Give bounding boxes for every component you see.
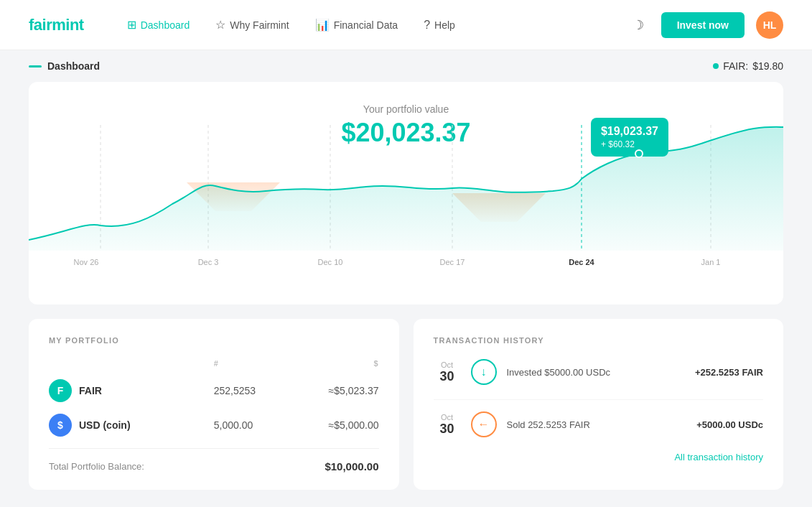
- svg-text:Dec 24: Dec 24: [569, 258, 594, 266]
- portfolio-table: # $ F FAIR 252,5253 ≈$5,023.37 $ USD (co…: [49, 359, 379, 473]
- total-label: Total Portfolio Balance:: [49, 461, 144, 472]
- avatar[interactable]: HL: [756, 11, 783, 39]
- transactions-card: TRANSACTION HISTORY Oct 30 ↓ Invested $5…: [414, 319, 784, 490]
- tx-buy-icon: ↓: [471, 359, 497, 385]
- col-dollar: $: [297, 359, 379, 368]
- tx-row-1: Oct 30 ← Sold 252.5253 FAIR +5000.00 USD…: [434, 411, 764, 437]
- usd-icon: $: [49, 414, 72, 437]
- breadcrumb-bar: Dashboard FAIR: $19.80: [0, 50, 812, 82]
- logo[interactable]: fairmint: [29, 16, 84, 34]
- logo-text: fairmint: [29, 16, 84, 34]
- fair-price-display: FAIR: $19.80: [713, 60, 783, 72]
- dashboard-icon: ⊞: [127, 18, 136, 32]
- nav-financial-data[interactable]: 📊 Financial Data: [315, 18, 398, 32]
- svg-text:Dec 3: Dec 3: [198, 258, 219, 266]
- fair-name: FAIR: [79, 385, 102, 396]
- svg-point-8: [635, 150, 643, 157]
- page-title: Dashboard: [47, 60, 100, 72]
- fair-label: FAIR:: [723, 60, 748, 72]
- help-icon: ?: [424, 19, 430, 32]
- header: fairmint ⊞ Dashboard ☆ Why Fairmint 📊 Fi…: [0, 0, 812, 50]
- transactions-section-label: TRANSACTION HISTORY: [434, 336, 764, 345]
- tx-month-0: Oct: [434, 361, 461, 369]
- fair-price-value: $19.80: [752, 60, 783, 72]
- portfolio-card: MY PORTFOLIO # $ F FAIR 252,5253 ≈$5,023…: [29, 319, 399, 490]
- chart-card: Your portfolio value $20,023.37 $19,023.…: [29, 82, 783, 304]
- star-icon: ☆: [215, 18, 225, 32]
- invest-now-button[interactable]: Invest now: [661, 12, 745, 38]
- all-transactions-link[interactable]: All transaction history: [434, 452, 764, 462]
- fair-amount: 252,5253: [214, 385, 297, 396]
- portfolio-divider: [49, 448, 379, 449]
- header-right: ☽ Invest now HL: [627, 11, 783, 39]
- tx-date-0: Oct 30: [434, 361, 461, 384]
- usd-value: ≈$5,000.00: [297, 419, 379, 431]
- fair-value: ≈$5,023.37: [297, 385, 379, 396]
- portfolio-chart: Nov 26 Dec 3 Dec 10 Dec 17 Dec 24 Jan 1: [29, 125, 783, 269]
- dark-mode-toggle[interactable]: ☽: [627, 14, 650, 37]
- nav-why-fairmint[interactable]: ☆ Why Fairmint: [215, 18, 289, 32]
- nav-dashboard[interactable]: ⊞ Dashboard: [127, 18, 190, 32]
- col-hash: #: [214, 359, 297, 368]
- portfolio-row-fair: F FAIR 252,5253 ≈$5,023.37: [49, 379, 379, 402]
- svg-text:Jan 1: Jan 1: [701, 258, 721, 266]
- chart-subtitle: Your portfolio value: [50, 103, 762, 115]
- tx-day-1: 30: [434, 422, 461, 437]
- portfolio-row-usd: $ USD (coin) 5,000.00 ≈$5,000.00: [49, 414, 379, 437]
- tx-date-1: Oct 30: [434, 413, 461, 437]
- breadcrumb: Dashboard: [29, 60, 100, 72]
- usd-amount: 5,000.00: [214, 419, 297, 431]
- tx-desc-1: Sold 252.5253 FAIR: [507, 419, 687, 430]
- portfolio-total: Total Portfolio Balance: $10,000.00: [49, 457, 379, 473]
- tx-day-0: 30: [434, 369, 461, 384]
- asset-info-fair: F FAIR: [49, 379, 214, 402]
- chart-area: Nov 26 Dec 3 Dec 10 Dec 17 Dec 24 Jan 1: [29, 125, 783, 283]
- total-value: $10,000.00: [325, 460, 378, 473]
- tx-desc-0: Invested $5000.00 USDc: [507, 367, 685, 378]
- fair-dot: [713, 63, 719, 69]
- bottom-grid: MY PORTFOLIO # $ F FAIR 252,5253 ≈$5,023…: [29, 319, 783, 490]
- portfolio-col-headers: # $: [49, 359, 379, 368]
- tx-month-1: Oct: [434, 413, 461, 422]
- tx-divider: [434, 399, 764, 400]
- svg-text:Nov 26: Nov 26: [74, 258, 99, 266]
- usd-name: USD (coin): [79, 419, 131, 431]
- portfolio-section-label: MY PORTFOLIO: [49, 336, 379, 345]
- main-content: Your portfolio value $20,023.37 $19,023.…: [0, 82, 812, 504]
- chart-icon: 📊: [315, 18, 330, 32]
- breadcrumb-dash: [29, 65, 42, 68]
- main-nav: ⊞ Dashboard ☆ Why Fairmint 📊 Financial D…: [127, 18, 627, 32]
- tx-amount-1: +5000.00 USDc: [696, 419, 763, 430]
- svg-text:Dec 17: Dec 17: [440, 258, 465, 266]
- asset-info-usd: $ USD (coin): [49, 414, 214, 437]
- tx-sell-icon: ←: [471, 411, 497, 437]
- tx-row-0: Oct 30 ↓ Invested $5000.00 USDc +252.525…: [434, 359, 764, 385]
- fair-icon: F: [49, 379, 72, 402]
- svg-text:Dec 10: Dec 10: [318, 258, 343, 266]
- nav-help[interactable]: ? Help: [424, 19, 455, 32]
- tx-amount-0: +252.5253 FAIR: [695, 367, 763, 378]
